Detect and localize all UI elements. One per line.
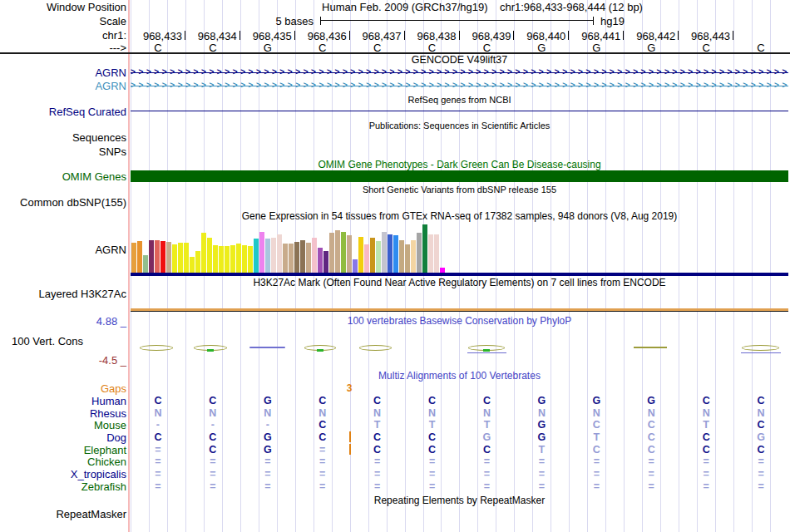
- alignment-base: =: [295, 480, 350, 492]
- gtex-bar[interactable]: [370, 238, 375, 273]
- gtex-bar[interactable]: [213, 245, 218, 273]
- gtex-bar[interactable]: [329, 233, 334, 273]
- coordinate-label: 968,440: [514, 30, 569, 41]
- gene-label-agrn-0[interactable]: AGRN: [95, 66, 126, 79]
- gtex-bar[interactable]: [166, 242, 171, 273]
- gtex-bar[interactable]: [219, 246, 224, 273]
- gaps-label[interactable]: Gaps: [101, 382, 126, 395]
- alignment-base: =: [185, 456, 240, 467]
- species-label-mouse[interactable]: Mouse: [94, 419, 126, 431]
- gtex-bar[interactable]: [230, 245, 235, 273]
- gtex-bar[interactable]: [393, 235, 398, 273]
- alignment-base: T: [569, 431, 624, 443]
- gtex-bar[interactable]: [382, 232, 387, 273]
- gtex-bar[interactable]: [248, 246, 253, 273]
- gtex-bar[interactable]: [306, 243, 311, 273]
- gtex-bar[interactable]: [143, 255, 148, 273]
- gtex-bar[interactable]: [388, 234, 393, 273]
- gtex-bar[interactable]: [347, 235, 352, 273]
- gtex-bar[interactable]: [137, 241, 142, 273]
- gtex-bar[interactable]: [358, 237, 363, 273]
- gtex-bar[interactable]: [242, 245, 247, 273]
- species-label-dog[interactable]: Dog: [106, 431, 126, 443]
- gtex-bar[interactable]: [195, 251, 200, 273]
- refseq-gene-line[interactable]: [131, 111, 788, 111]
- gtex-bar[interactable]: [149, 240, 154, 273]
- snps-label[interactable]: SNPs: [99, 145, 126, 158]
- omim-gene-bar[interactable]: [131, 170, 788, 182]
- gtex-bar[interactable]: [265, 239, 270, 273]
- alignment-base: =: [733, 480, 788, 492]
- species-label-zebrafish[interactable]: Zebrafish: [81, 480, 126, 492]
- gtex-bar[interactable]: [318, 248, 323, 273]
- alignment-base: =: [240, 480, 295, 492]
- gtex-bar[interactable]: [376, 241, 381, 273]
- gtex-bar[interactable]: [434, 234, 439, 273]
- omim-genes-label[interactable]: OMIM Genes: [62, 170, 126, 183]
- gene-label-agrn-1[interactable]: AGRN: [95, 80, 126, 92]
- gtex-bar[interactable]: [178, 243, 183, 273]
- gtex-bar[interactable]: [294, 242, 299, 273]
- alignment-base: C: [295, 419, 350, 431]
- gene-model-agrn-0[interactable]: >>>>>>>>>>>>>>>>>>>>>>>>>>>>>>>>>>>>>>>>…: [131, 67, 788, 77]
- assembly-name: hg19: [600, 15, 625, 27]
- species-label-x_tropicalis[interactable]: X_tropicalis: [71, 467, 126, 480]
- sequences-label[interactable]: Sequences: [72, 131, 126, 144]
- vert-cons-label[interactable]: 100 Vert. Cons: [12, 335, 83, 347]
- gtex-bar[interactable]: [271, 238, 276, 273]
- conservation-peak: [742, 345, 779, 351]
- gtex-bar[interactable]: [335, 230, 340, 273]
- gtex-bar[interactable]: [399, 240, 404, 273]
- gtex-bar[interactable]: [225, 246, 230, 273]
- gtex-bar[interactable]: [207, 238, 212, 273]
- gtex-bar[interactable]: [155, 240, 160, 273]
- common-dbsnp-label[interactable]: Common dbSNP(155): [20, 196, 126, 209]
- gtex-bar[interactable]: [236, 244, 241, 273]
- gtex-bar[interactable]: [411, 240, 416, 273]
- alignment-base: N: [185, 407, 240, 419]
- gtex-bar[interactable]: [254, 239, 259, 273]
- conservation-track-title: 100 vertebrates Basewise Conservation by…: [131, 315, 788, 327]
- gene-model-agrn-1[interactable]: >>>>>>>>>>>>>>>>>>>>>>>>>>>>>>>>>>>>>>>>…: [131, 81, 788, 91]
- gtex-bar[interactable]: [422, 224, 427, 273]
- gtex-bar[interactable]: [353, 259, 358, 273]
- gtex-bar[interactable]: [341, 232, 346, 273]
- species-label-chicken[interactable]: Chicken: [87, 456, 126, 468]
- alignment-base: =: [569, 480, 624, 492]
- coordinate-label: 968,437: [350, 30, 405, 41]
- gtex-bar[interactable]: [184, 243, 189, 273]
- gtex-bar[interactable]: [428, 234, 433, 273]
- gtex-bar[interactable]: [364, 244, 369, 273]
- gtex-bar[interactable]: [160, 241, 165, 273]
- gtex-bar[interactable]: [172, 244, 177, 273]
- alignment-base: G: [514, 431, 569, 443]
- gtex-bar[interactable]: [312, 238, 317, 273]
- alignment-base: N: [624, 407, 679, 419]
- gtex-bar[interactable]: [283, 244, 288, 273]
- gtex-bar[interactable]: [289, 244, 294, 273]
- alignment-base: C: [679, 395, 733, 406]
- alignment-base: G: [569, 395, 624, 406]
- gtex-bar[interactable]: [201, 233, 206, 273]
- alignment-base: C: [405, 444, 460, 456]
- alignment-base: =: [679, 456, 733, 467]
- gtex-bar[interactable]: [405, 244, 410, 273]
- gene-direction-chevrons: >>>>>>>>>>>>>>>>>>>>>>>>>>>>>>>>>>>>>>>>…: [131, 67, 788, 77]
- repeatmasker-label[interactable]: RepeatMasker: [56, 508, 126, 520]
- gtex-bar[interactable]: [131, 243, 136, 273]
- gtex-bar[interactable]: [300, 240, 305, 273]
- position-title: Human Feb. 2009 (GRCh37/hg19) chr1:968,4…: [158, 1, 790, 13]
- gtex-bar[interactable]: [277, 234, 282, 273]
- multiz-track-title: Multiz Alignments of 100 Vertebrates: [131, 370, 788, 382]
- refseq-curated-label[interactable]: RefSeq Curated: [49, 106, 126, 118]
- species-label-rhesus[interactable]: Rhesus: [90, 406, 126, 419]
- alignment-base: C: [460, 444, 515, 456]
- gtex-bar[interactable]: [259, 232, 264, 273]
- species-label-elephant[interactable]: Elephant: [84, 443, 126, 456]
- gtex-bar[interactable]: [190, 257, 195, 273]
- gtex-bar[interactable]: [417, 233, 422, 273]
- gtex-bar[interactable]: [323, 251, 328, 273]
- layered-h3k27ac-label[interactable]: Layered H3K27Ac: [38, 288, 126, 300]
- alignment-base: =: [350, 480, 405, 492]
- species-label-human[interactable]: Human: [91, 395, 126, 407]
